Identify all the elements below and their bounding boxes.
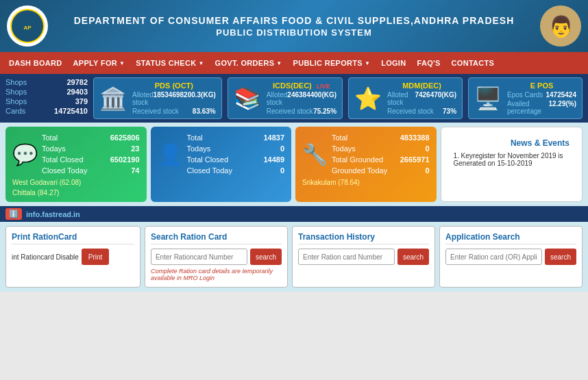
epos-title: E POS (507, 81, 576, 90)
header-line2: PUBLIC DISTRIBUTION SYSTEM (48, 27, 540, 38)
chevron-down-icon: ▼ (365, 60, 370, 66)
navbar: DASH BOARD APPLY FOR ▼ STATUS CHECK ▼ GO… (0, 52, 588, 74)
bottom-section: Print RationCard int Rationcard Disable … (0, 222, 588, 292)
nav-contacts[interactable]: CONTACTS (446, 52, 500, 74)
person-stat-icon: 👤 (158, 132, 183, 176)
watermark-text: info.fastread.in (26, 210, 80, 218)
mdm-row-2: Received stock 73% (387, 107, 456, 115)
shops-row-1: Shops 29782 (5, 77, 88, 87)
stat-orange-inner: 🔧 Total 4833388 Todays 0 Total Grounded … (302, 132, 430, 176)
epos-content: E POS Epos Cards 14725424 Availed percen… (507, 81, 576, 115)
icds-row-1: Alloted stock 246384400(KG) (267, 91, 336, 106)
total-closed-row: Total Closed 6502190 (42, 154, 140, 165)
epos-card: 🖥️ E POS Epos Cards 14725424 Availed per… (468, 77, 583, 119)
epos-icon: 🖥️ (474, 86, 502, 112)
logo-left: AP (7, 5, 48, 47)
stat-green-box: 💬 Total 6625806 Todays 23 Total Closed 6… (5, 127, 147, 202)
search-card-title: Search Ration Card (151, 232, 282, 244)
shops-row-2: Shops 29403 (5, 87, 88, 97)
transaction-card-title: Transaction History (298, 232, 429, 244)
todays-row: Todays 23 (42, 143, 140, 154)
search-rationcard-input[interactable] (151, 249, 247, 265)
chevron-down-icon: ▼ (276, 60, 282, 66)
transaction-input-row: search (298, 249, 429, 265)
stats-section: 💬 Total 6625806 Todays 23 Total Closed 6… (0, 123, 588, 206)
search-card: Search Ration Card search Complete Ratio… (145, 226, 288, 288)
stat-blue-box: 👤 Total 14837 Todays 0 Total Closed 1448… (151, 127, 292, 202)
mdm-content: MDM(DEC) Alloted stock 7426470(KG) Recei… (387, 81, 456, 115)
chevron-down-icon: ▼ (198, 60, 204, 66)
chevron-down-icon: ▼ (119, 60, 125, 66)
nav-apply[interactable]: APPLY FOR ▼ (68, 52, 131, 74)
transaction-rationcard-input[interactable] (298, 249, 395, 265)
icds-title: ICDS(DEC) LIVE (267, 81, 336, 90)
epos-row-1: Epos Cards 14725424 (507, 91, 576, 99)
epos-row-2: Availed percentage 12.29(%) (507, 100, 576, 115)
application-search-button[interactable]: search (545, 249, 576, 265)
stat-orange-box: 🔧 Total 4833388 Todays 0 Total Grounded … (295, 127, 437, 202)
stat-orange-data: Total 4833388 Todays 0 Total Grounded 26… (332, 132, 430, 176)
nav-reports[interactable]: PUBLIC REPORTS ▼ (288, 52, 376, 74)
total-row: Total 6625806 (42, 132, 140, 143)
mdm-card: ⭐ MDM(DEC) Alloted stock 7426470(KG) Rec… (348, 77, 463, 119)
pds-icon: 🏛️ (99, 86, 127, 112)
closed-today-row: Closed Today 74 (42, 165, 140, 176)
stat-green-footer2: Chittala (84.27) (12, 189, 140, 197)
stat-orange-footer: Srikakulam (78.64) (302, 179, 430, 186)
info-left-stats: Shops 29782 Shops 29403 Shops 379 Cards … (5, 77, 88, 119)
nav-login[interactable]: LOGIN (376, 52, 411, 74)
stat-blue-data: Total 14837 Todays 0 Total Closed 14489 … (187, 132, 285, 176)
pds-row-2: Received stock 83.63% (132, 107, 216, 115)
application-search-input[interactable] (445, 249, 542, 265)
nav-orders[interactable]: GOVT. ORDERS ▼ (210, 52, 288, 74)
application-card: Application Search search (439, 226, 583, 288)
header-line1: DEPARTMENT OF CONSUMER AFFAIRS FOOD & CI… (48, 15, 540, 26)
cylinder-icon: 🔧 (302, 132, 328, 176)
pds-title: PDS (OCT) (132, 81, 216, 90)
header-title: DEPARTMENT OF CONSUMER AFFAIRS FOOD & CI… (48, 15, 540, 38)
header: AP DEPARTMENT OF CONSUMER AFFAIRS FOOD &… (0, 0, 588, 52)
print-button[interactable]: Print (82, 249, 110, 265)
mdm-row-1: Alloted stock 7426470(KG) (387, 91, 456, 106)
news-box: News & Events 1. Keyregister for Novembe… (441, 127, 583, 202)
logo-right: 👨 (540, 5, 581, 47)
news-content: News & Events 1. Keyregister for Novembe… (448, 133, 576, 173)
icds-icon: 📚 (234, 86, 261, 112)
print-row: int Rationcard Disable Print (12, 249, 134, 265)
pds-content: PDS (OCT) Alloted stock 18534698200.3(KG… (132, 81, 216, 115)
cards-row: Cards 14725410 (5, 106, 88, 116)
search-input-row: search (151, 249, 282, 265)
mdm-icon: ⭐ (354, 86, 382, 112)
stat-green-footer1: West Godavari (62.08) (12, 179, 140, 186)
pds-card: 🏛️ PDS (OCT) Alloted stock 18534698200.3… (93, 77, 222, 119)
search-rationcard-button[interactable]: search (250, 249, 282, 265)
icds-card: 📚 ICDS(DEC) LIVE Alloted stock 246384400… (228, 77, 343, 119)
stat-blue-inner: 👤 Total 14837 Todays 0 Total Closed 1448… (158, 132, 285, 176)
news-title: News & Events (454, 138, 570, 148)
stat-green-inner: 💬 Total 6625806 Todays 23 Total Closed 6… (12, 132, 140, 176)
icds-content: ICDS(DEC) LIVE Alloted stock 246384400(K… (267, 81, 336, 115)
complaints-icon: 💬 (12, 132, 38, 176)
transaction-search-button[interactable]: search (397, 249, 429, 265)
person-icon: 👨 (548, 14, 574, 38)
pds-row-1: Alloted stock 18534698200.3(KG) (132, 91, 216, 106)
print-card-title: Print RationCard (12, 232, 134, 244)
news-item: 1. Keyregister for November 2019 is Gene… (454, 152, 570, 167)
info-bar: Shops 29782 Shops 29403 Shops 379 Cards … (0, 74, 588, 123)
mdm-title: MDM(DEC) (387, 81, 456, 90)
icds-row-2: Received stock 75.25% (267, 107, 336, 115)
info-icon: ℹ️ (9, 210, 19, 218)
transaction-card: Transaction History search (292, 226, 435, 288)
print-disable-label: int Rationcard Disable (12, 253, 79, 261)
nav-dashboard[interactable]: DASH BOARD (3, 52, 68, 74)
nav-faq[interactable]: FAQ'S (411, 52, 445, 74)
stat-green-data: Total 6625806 Todays 23 Total Closed 650… (42, 132, 140, 176)
print-card: Print RationCard int Rationcard Disable … (5, 226, 140, 288)
search-note: Complete Ration card details are tempora… (151, 268, 282, 281)
nav-status[interactable]: STATUS CHECK ▼ (130, 52, 209, 74)
watermark-bar: ℹ️ info.fastread.in (0, 206, 588, 222)
shops-row-3: Shops 379 (5, 97, 88, 106)
svg-text:AP: AP (23, 25, 32, 31)
application-input-row: search (445, 249, 576, 265)
watermark-logo: ℹ️ (5, 208, 22, 220)
